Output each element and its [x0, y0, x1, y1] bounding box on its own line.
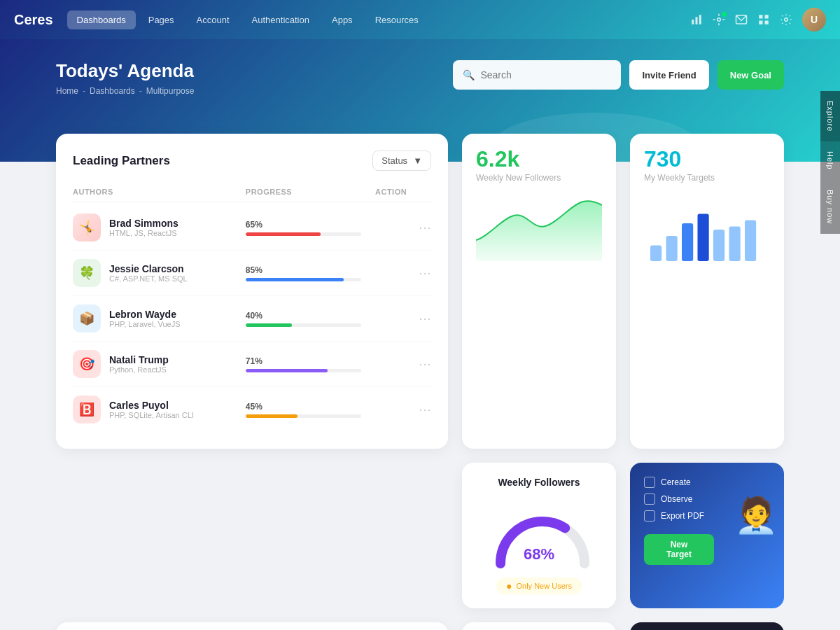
middle-content-grid: Weekly Followers 68% ● Only New Users — [56, 463, 784, 608]
nav-item-account[interactable]: Account — [187, 10, 239, 29]
right-sidebar: Explore Help Buy now — [820, 91, 840, 234]
bottom-content-grid: Folders 32 Active Folders ⋮ 📂 Project Al… — [56, 622, 784, 630]
action-menu-btn[interactable]: ⋯ — [375, 311, 431, 326]
progress-label: 65% — [246, 220, 361, 230]
promo-card: Cereate Observe Export PDF New Target 🧑‍… — [630, 463, 784, 608]
new-goal-button[interactable]: New Goal — [718, 60, 784, 90]
promo-character-illustration: 🧑‍💼 — [724, 470, 784, 561]
weekly-followers-card: Weekly Followers 68% ● Only New Users — [462, 463, 616, 608]
progress-label: 71% — [246, 356, 361, 366]
partner-info: 🅱️ Carles Puyol PHP, SQLite, Artisan CLI — [73, 396, 246, 424]
invite-friend-button[interactable]: Invite Friend — [629, 60, 708, 90]
hero-actions: 🔍 Invite Friend New Goal — [453, 60, 784, 90]
explore-tab[interactable]: Explore — [820, 91, 840, 141]
col-action: ACTION — [375, 188, 431, 196]
brand-logo[interactable]: Ceres — [14, 12, 53, 28]
partner-details: Natali Trump Python, ReactJS — [109, 354, 169, 374]
leading-partners-card: Leading Partners Status ▼ AUTHORS PROGRE… — [56, 134, 448, 449]
gauge-title: Weekly Followers — [498, 477, 580, 488]
search-input[interactable] — [480, 69, 611, 80]
svg-rect-2 — [699, 15, 701, 24]
nav-icon-group: U — [690, 8, 826, 31]
folders-card: Folders 32 Active Folders ⋮ 📂 Project Al… — [56, 622, 448, 630]
leading-partners-title: Leading Partners — [73, 154, 170, 168]
action-menu-btn[interactable]: ⋯ — [375, 220, 431, 235]
partner-skills: HTML, JS, ReactJS — [109, 229, 178, 237]
nav-item-apps[interactable]: Apps — [322, 10, 363, 29]
svg-point-3 — [718, 18, 721, 22]
svg-rect-16 — [682, 223, 693, 261]
partner-details: Carles Puyol PHP, SQLite, Artisan CLI — [109, 400, 194, 419]
svg-rect-19 — [729, 227, 741, 262]
partner-info: 🍀 Jessie Clarcson C#, ASP.NET, MS SQL — [73, 259, 246, 287]
nav-item-pages[interactable]: Pages — [139, 10, 184, 29]
progress-container: 40% — [246, 311, 375, 327]
table-row: 🤸 Brad Simmons HTML, JS, ReactJS 65% ⋯ — [73, 205, 431, 251]
breadcrumb-multipurpose: Multipurpose — [146, 86, 195, 96]
checkbox-icon — [644, 493, 655, 505]
gauge-percent-label: 68% — [524, 545, 554, 564]
followers-stat: 6.2k — [476, 148, 602, 170]
search-box: 🔍 — [453, 60, 621, 90]
progress-bar-bg — [246, 323, 361, 327]
trends-card: Trends Latest tech trends Top Authors Ma… — [462, 622, 616, 630]
progress-container: 71% — [246, 356, 375, 372]
partner-skills: PHP, Laravel, VueJS — [109, 320, 181, 328]
partner-avatar: 🅱️ — [73, 396, 101, 424]
dark-stats-card: ⋮ +82$ +280$ +4500$ — [630, 622, 784, 630]
table-row: 🅱️ Carles Puyol PHP, SQLite, Artisan CLI… — [73, 387, 431, 432]
followers-card: 6.2k Weekly New Followers — [462, 134, 616, 449]
partner-avatar: 📦 — [73, 304, 101, 332]
message-icon-btn[interactable] — [735, 13, 748, 26]
progress-bar-bg — [246, 414, 361, 418]
new-target-button[interactable]: New Target — [644, 534, 714, 565]
breadcrumb-dashboards: Dashboards — [90, 86, 135, 96]
svg-rect-9 — [759, 15, 762, 18]
chevron-down-icon: ▼ — [413, 155, 422, 166]
chart-icon-btn[interactable] — [690, 13, 703, 26]
partner-skills: PHP, SQLite, Artisan CLI — [109, 411, 194, 419]
targets-card: 730 My Weekly Targets — [630, 134, 784, 449]
settings-icon-btn[interactable] — [780, 13, 792, 26]
progress-bar-fill — [246, 414, 298, 418]
promo-observe-label: Observe — [661, 494, 692, 504]
targets-chart — [644, 191, 770, 261]
help-tab[interactable]: Help — [820, 141, 840, 180]
partner-info: 🤸 Brad Simmons HTML, JS, ReactJS — [73, 214, 246, 241]
svg-rect-12 — [765, 21, 769, 24]
svg-rect-18 — [713, 230, 724, 261]
search-icon: 🔍 — [463, 69, 475, 80]
targets-label: My Weekly Targets — [644, 173, 770, 183]
action-menu-btn[interactable]: ⋯ — [375, 265, 431, 281]
breadcrumb-home: Home — [56, 86, 78, 96]
followers-label: Weekly New Followers — [476, 173, 602, 183]
nav-item-authentication[interactable]: Authentication — [242, 10, 319, 29]
checkbox-icon — [644, 477, 655, 488]
status-label: Status — [382, 155, 407, 166]
avatar-image: U — [802, 8, 826, 31]
action-menu-btn[interactable]: ⋯ — [375, 356, 431, 372]
progress-bar-bg — [246, 278, 361, 281]
promo-option-export: Export PDF — [644, 510, 714, 522]
svg-rect-11 — [759, 21, 762, 24]
table-row: 🎯 Natali Trump Python, ReactJS 71% ⋯ — [73, 342, 431, 387]
status-select[interactable]: Status ▼ — [372, 150, 431, 171]
progress-bar-fill — [246, 369, 328, 372]
grid-icon-btn[interactable] — [757, 13, 770, 26]
sparkle-icon-btn[interactable] — [713, 13, 725, 26]
nav-item-dashboards[interactable]: Dashboards — [67, 10, 136, 29]
gauge-chart: 68% — [486, 500, 592, 564]
user-avatar[interactable]: U — [802, 8, 826, 31]
progress-label: 45% — [246, 402, 361, 412]
table-row: 📦 Lebron Wayde PHP, Laravel, VueJS 40% ⋯ — [73, 296, 431, 342]
progress-bar-bg — [246, 369, 361, 372]
action-menu-btn[interactable]: ⋯ — [375, 402, 431, 417]
svg-rect-15 — [666, 236, 678, 261]
promo-create-label: Cereate — [661, 477, 691, 487]
partner-skills: Python, ReactJS — [109, 365, 169, 374]
navbar: Ceres Dashboards Pages Account Authentic… — [0, 0, 840, 39]
buy-now-tab[interactable]: Buy now — [820, 180, 840, 234]
nav-item-resources[interactable]: Resources — [365, 10, 428, 29]
followers-chart — [476, 191, 602, 261]
main-content: Leading Partners Status ▼ AUTHORS PROGRE… — [0, 134, 840, 630]
